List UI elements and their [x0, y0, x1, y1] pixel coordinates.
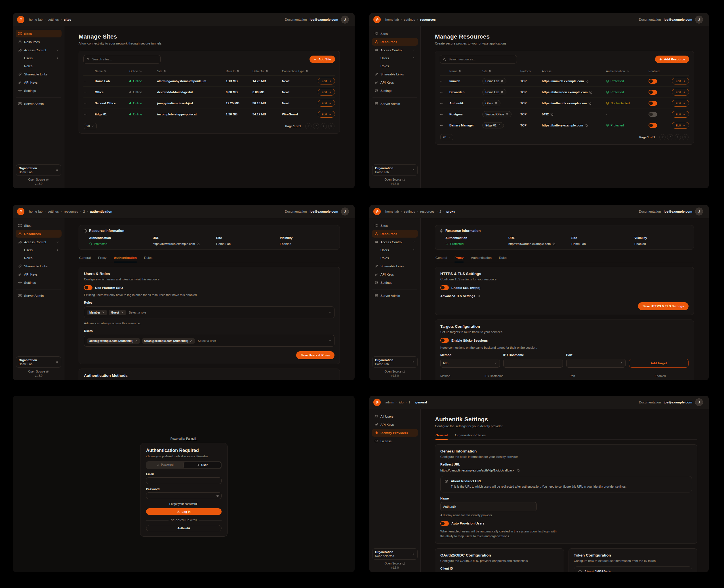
pangolin-logo-icon[interactable] — [17, 16, 24, 23]
tab-authentication[interactable]: Authentication — [471, 254, 492, 262]
breadcrumb-item[interactable]: general — [415, 401, 427, 404]
sidebar-item-users[interactable]: Users — [16, 246, 62, 254]
avatar[interactable]: J — [695, 208, 703, 215]
sidebar-item-sites[interactable]: Sites — [372, 30, 418, 37]
sidebar-item-users[interactable]: Users — [16, 55, 62, 62]
host-input[interactable] — [503, 359, 563, 368]
tab-rules[interactable]: Rules — [499, 254, 507, 262]
sidebar-item-roles[interactable]: Roles — [372, 62, 418, 70]
edit-button[interactable]: Edit — [672, 111, 689, 118]
sidebar-item-shareable-links[interactable]: Shareable Links — [16, 70, 62, 78]
stepper-icon[interactable] — [620, 362, 623, 364]
open-source-link[interactable]: Open Source — [372, 178, 418, 181]
tab-general[interactable]: General — [79, 254, 91, 262]
breadcrumb-item[interactable]: settings — [404, 210, 415, 213]
sidebar-item-shareable-links[interactable]: Shareable Links — [372, 262, 418, 270]
sidebar-item-settings[interactable]: Settings — [16, 87, 62, 94]
open-source-link[interactable]: Open Source — [372, 370, 418, 373]
auto-provision-toggle[interactable] — [440, 521, 449, 526]
row-menu-icon[interactable] — [440, 113, 443, 116]
breadcrumb-item[interactable]: settings — [48, 210, 59, 213]
sidebar-item-roles[interactable]: Roles — [372, 254, 418, 262]
row-menu-icon[interactable] — [440, 102, 443, 105]
edit-button[interactable]: Edit — [672, 100, 689, 107]
method-select[interactable]: http — [440, 359, 500, 368]
edit-button[interactable]: Edit — [318, 111, 335, 118]
avatar[interactable]: J — [341, 16, 349, 23]
sidebar-item-api-keys[interactable]: API Keys — [16, 79, 62, 86]
user-email[interactable]: joe@example.com — [309, 210, 338, 213]
add-resource-button[interactable]: Add Resource — [655, 56, 689, 63]
first-page-button[interactable] — [305, 123, 311, 129]
sidebar-item-roles[interactable]: Roles — [16, 62, 62, 70]
column-header[interactable]: Site — [157, 69, 226, 73]
sidebar-item-roles[interactable]: Roles — [16, 254, 62, 262]
sidebar-item-users[interactable]: Users — [372, 246, 418, 254]
copy-icon[interactable] — [197, 243, 200, 246]
breadcrumb-item[interactable]: settings — [48, 18, 59, 21]
enabled-toggle[interactable] — [648, 101, 657, 106]
save-users-roles-button[interactable]: Save Users & Roles — [296, 351, 335, 359]
log-in-button[interactable]: Log In — [146, 508, 222, 515]
next-page-button[interactable] — [675, 134, 681, 140]
column-header[interactable]: Site — [482, 69, 520, 73]
edit-button[interactable]: Edit — [318, 89, 335, 96]
enabled-toggle[interactable] — [648, 90, 657, 95]
column-header[interactable]: Connection Type — [282, 69, 312, 73]
avatar[interactable]: J — [695, 398, 703, 406]
search-input[interactable] — [83, 55, 161, 63]
sidebar-item-shareable-links[interactable]: Shareable Links — [372, 70, 418, 78]
edit-button[interactable]: Edit — [672, 122, 689, 129]
copy-icon[interactable] — [589, 91, 592, 94]
page-size-select[interactable]: 20 — [440, 134, 453, 140]
remove-chip-icon[interactable] — [102, 311, 105, 314]
sidebar-item-access-control[interactable]: Access Control — [372, 46, 418, 54]
sidebar-item-all-users[interactable]: All Users — [372, 413, 418, 420]
enabled-toggle[interactable] — [648, 123, 657, 128]
sidebar-item-license[interactable]: License — [372, 437, 418, 445]
pangolin-logo-icon[interactable] — [373, 16, 381, 23]
open-source-link[interactable]: Open Source — [372, 562, 418, 565]
documentation-link[interactable]: Documentation — [639, 18, 661, 21]
port-input[interactable] — [566, 359, 626, 368]
breadcrumb-item[interactable]: resources — [64, 210, 78, 213]
platform-sso-toggle[interactable] — [84, 285, 93, 290]
column-header[interactable]: Name — [95, 69, 129, 73]
authentik-sso-button[interactable]: Authentik — [146, 525, 222, 531]
edit-button[interactable]: Edit — [672, 78, 689, 84]
sidebar-item-api-keys[interactable]: API Keys — [372, 271, 418, 278]
enabled-toggle[interactable] — [648, 79, 657, 84]
sidebar-item-shareable-links[interactable]: Shareable Links — [16, 262, 62, 270]
avatar[interactable]: J — [695, 16, 703, 23]
breadcrumb-item[interactable]: home-lab — [29, 210, 43, 213]
site-badge[interactable]: Office — [482, 100, 500, 106]
tab-authentication[interactable]: Authentication — [114, 254, 137, 262]
breadcrumb-item[interactable]: 2 — [83, 210, 85, 213]
sidebar-item-sites[interactable]: Sites — [372, 222, 418, 229]
name-input[interactable]: Authentik — [440, 502, 537, 511]
open-source-link[interactable]: Open Source — [16, 178, 62, 181]
breadcrumb-item[interactable]: home-lab — [29, 18, 43, 21]
site-badge[interactable]: Edge 01 — [482, 122, 504, 128]
sidebar-item-server-admin[interactable]: Server Admin — [372, 292, 418, 299]
column-header[interactable]: Name — [449, 69, 482, 73]
row-menu-icon[interactable] — [83, 102, 86, 105]
copy-icon[interactable] — [588, 102, 591, 105]
enable-ssl-toggle[interactable] — [440, 285, 449, 290]
breadcrumb-item[interactable]: proxy — [446, 210, 455, 213]
sidebar-item-users[interactable]: Users — [372, 55, 418, 62]
breadcrumb-item[interactable]: admin — [385, 401, 394, 404]
breadcrumb-item[interactable]: 2 — [439, 210, 441, 213]
edit-button[interactable]: Edit — [672, 89, 689, 96]
sidebar-item-access-control[interactable]: Access Control — [372, 238, 418, 246]
organization-select[interactable]: OrganizationHome Lab — [16, 164, 61, 176]
sidebar-item-settings[interactable]: Settings — [16, 279, 62, 286]
enabled-toggle[interactable] — [648, 112, 657, 117]
sidebar-item-server-admin[interactable]: Server Admin — [16, 292, 62, 299]
add-target-button[interactable]: Add Target — [629, 359, 688, 368]
remove-chip-icon[interactable] — [190, 339, 193, 342]
tab-organization-policies[interactable]: Organization Policies — [455, 432, 486, 439]
sidebar-item-resources[interactable]: Resources — [16, 38, 62, 46]
column-header[interactable]: Data In — [226, 69, 253, 73]
sidebar-item-sites[interactable]: Sites — [16, 222, 62, 229]
